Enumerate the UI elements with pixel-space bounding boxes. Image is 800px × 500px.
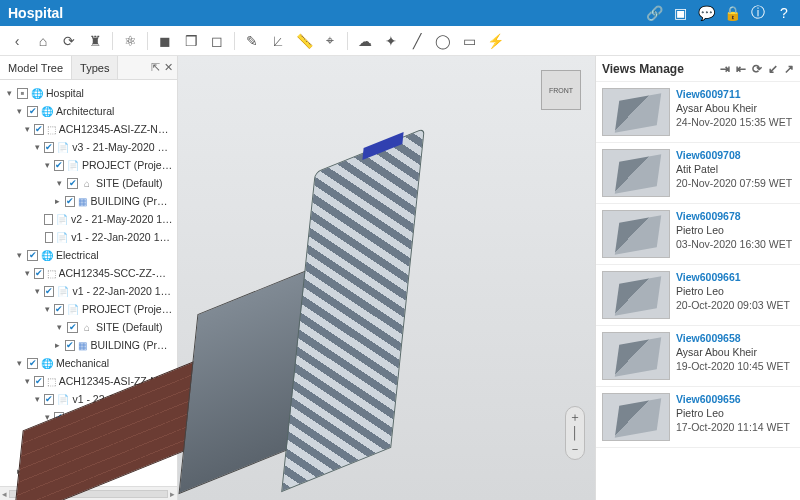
visibility-checkbox[interactable]	[17, 88, 28, 99]
back-button[interactable]: ‹	[6, 30, 28, 52]
view-name-link[interactable]: View6009658	[676, 332, 790, 344]
info-icon[interactable]: ⓘ	[750, 5, 766, 21]
tab-model-tree[interactable]: Model Tree	[0, 56, 72, 79]
frame-icon[interactable]: ▣	[672, 5, 688, 21]
tree-node[interactable]: ▾⌂SITE (Default)	[0, 174, 177, 192]
help-icon[interactable]: ?	[776, 5, 792, 21]
chat-icon[interactable]: 💬	[698, 5, 714, 21]
tree-node[interactable]: ▾⌂SITE (Default)	[0, 318, 177, 336]
view-name-link[interactable]: View6009661	[676, 271, 790, 283]
visibility-checkbox[interactable]	[44, 394, 54, 405]
view-name-link[interactable]: View6009711	[676, 88, 792, 100]
twisty-icon[interactable]: ▾	[54, 178, 64, 188]
twisty-icon[interactable]: ▾	[34, 286, 41, 296]
cloud-button[interactable]: ☁	[354, 30, 376, 52]
tree-node[interactable]: ▾📄v1 - 22-Jan-2020 12:25 WET	[0, 282, 177, 300]
3d-viewport[interactable]: ＋ │ －	[178, 56, 595, 500]
tree-node[interactable]: ▾🌐Architectural	[0, 102, 177, 120]
zoom-in-button[interactable]: ＋	[569, 409, 581, 425]
refresh-icon[interactable]: ⟳	[752, 62, 762, 76]
visibility-checkbox[interactable]	[54, 160, 64, 171]
bolt-tool[interactable]: ⚡	[484, 30, 506, 52]
import-icon[interactable]: ⇤	[736, 62, 746, 76]
visibility-checkbox[interactable]	[34, 268, 44, 279]
lock-icon[interactable]: 🔒	[724, 5, 740, 21]
link-icon[interactable]: 🔗	[646, 5, 662, 21]
twisty-icon[interactable]: ▾	[34, 394, 41, 404]
view-thumbnail[interactable]	[602, 210, 670, 258]
view-cube[interactable]	[541, 70, 581, 110]
visibility-checkbox[interactable]	[65, 196, 75, 207]
twisty-icon[interactable]: ▸	[54, 196, 62, 206]
visibility-checkbox[interactable]	[67, 322, 78, 333]
compass-tool[interactable]: ⌖	[319, 30, 341, 52]
circle-tool[interactable]: ◯	[432, 30, 454, 52]
visibility-checkbox[interactable]	[34, 124, 44, 135]
rect-tool[interactable]: ▭	[458, 30, 480, 52]
visibility-checkbox[interactable]	[45, 232, 54, 243]
tree-node[interactable]: ▸▦BUILDING (Product 8)	[0, 336, 177, 354]
view-item[interactable]: View6009711Aysar Abou Kheir24-Nov-2020 1…	[596, 82, 800, 143]
zoom-control[interactable]: ＋ │ －	[565, 406, 585, 460]
tab-pin-icon[interactable]: ⇱	[151, 61, 160, 74]
refresh-button[interactable]: ⟳	[58, 30, 80, 52]
visibility-checkbox[interactable]	[67, 178, 78, 189]
angle-tool[interactable]: ⟀	[267, 30, 289, 52]
tree-node[interactable]: ▾📄PROJECT (Project Number)	[0, 300, 177, 318]
line-tool[interactable]: ╱	[406, 30, 428, 52]
visibility-checkbox[interactable]	[44, 214, 53, 225]
view-name-link[interactable]: View6009678	[676, 210, 792, 222]
tree-node[interactable]: ▾🌐Mechanical	[0, 354, 177, 372]
pen-tool[interactable]: ✎	[241, 30, 263, 52]
twisty-icon[interactable]: ▾	[4, 88, 14, 98]
twisty-icon[interactable]: ▾	[44, 304, 51, 314]
twisty-icon[interactable]: ▾	[34, 142, 41, 152]
view-thumbnail[interactable]	[602, 393, 670, 441]
tree-node[interactable]: 📄v2 - 21-May-2020 15:25 WET	[0, 210, 177, 228]
export-icon[interactable]: ⇥	[720, 62, 730, 76]
visibility-checkbox[interactable]	[44, 142, 54, 153]
tree-node[interactable]: ▾📄v3 - 21-May-2020 15:33 WET	[0, 138, 177, 156]
cube-solid-button[interactable]: ◼	[154, 30, 176, 52]
tab-close-icon[interactable]: ✕	[164, 61, 173, 74]
visibility-checkbox[interactable]	[27, 106, 38, 117]
tab-types[interactable]: Types	[72, 56, 118, 79]
view-item[interactable]: View6009658Aysar Abou Kheir19-Oct-2020 1…	[596, 326, 800, 387]
visibility-checkbox[interactable]	[34, 376, 44, 387]
zoom-slider[interactable]: │	[571, 425, 579, 441]
view-thumbnail[interactable]	[602, 332, 670, 380]
visibility-checkbox[interactable]	[54, 304, 64, 315]
twisty-icon[interactable]: ▾	[14, 106, 24, 116]
view-name-link[interactable]: View6009708	[676, 149, 792, 161]
home-button[interactable]: ⌂	[32, 30, 54, 52]
tree-node[interactable]: ▾📄PROJECT (Project Number)	[0, 156, 177, 174]
views-list[interactable]: View6009711Aysar Abou Kheir24-Nov-2020 1…	[596, 82, 800, 500]
cube-stack-button[interactable]: ❒	[180, 30, 202, 52]
twisty-icon[interactable]: ▾	[24, 268, 31, 278]
visibility-checkbox[interactable]	[65, 340, 75, 351]
visibility-checkbox[interactable]	[44, 286, 54, 297]
view-item[interactable]: View6009678Pietro Leo03-Nov-2020 16:30 W…	[596, 204, 800, 265]
twisty-icon[interactable]: ▾	[14, 358, 24, 368]
twisty-icon[interactable]: ▾	[44, 160, 51, 170]
tree-node[interactable]: ▾🌐Electrical	[0, 246, 177, 264]
tree-node[interactable]: ▾⬚ACH12345-ASI-ZZ-NUC-M3-A-0001	[0, 120, 177, 138]
view-item[interactable]: View6009661Pietro Leo20-Oct-2020 09:03 W…	[596, 265, 800, 326]
wand-tool[interactable]: ✦	[380, 30, 402, 52]
view-thumbnail[interactable]	[602, 88, 670, 136]
tree-node[interactable]: ▾🌐Hospital	[0, 84, 177, 102]
cube-outline-button[interactable]: ◻	[206, 30, 228, 52]
collapse-icon[interactable]: ↙	[768, 62, 778, 76]
visibility-checkbox[interactable]	[27, 250, 38, 261]
zoom-out-button[interactable]: －	[569, 441, 581, 457]
ruler-tool[interactable]: 📏	[293, 30, 315, 52]
tree-node[interactable]: 📄v1 - 22-Jan-2020 12:19 WET	[0, 228, 177, 246]
labs-button[interactable]: ⚛	[119, 30, 141, 52]
view-item[interactable]: View6009656Pietro Leo17-Oct-2020 11:14 W…	[596, 387, 800, 448]
expand-icon[interactable]: ↗	[784, 62, 794, 76]
view-thumbnail[interactable]	[602, 149, 670, 197]
twisty-icon[interactable]: ▾	[24, 376, 31, 386]
visibility-checkbox[interactable]	[27, 358, 38, 369]
twisty-icon[interactable]: ▸	[54, 340, 62, 350]
twisty-icon[interactable]: ▾	[14, 250, 24, 260]
